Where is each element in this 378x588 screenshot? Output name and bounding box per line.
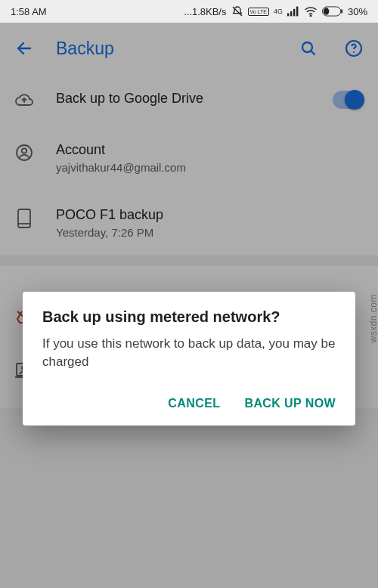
battery-pct: 30% [348,6,367,17]
cancel-button[interactable]: CANCEL [168,397,220,410]
wifi-icon [304,6,318,17]
svg-rect-0 [287,13,289,16]
dnd-icon [231,5,243,17]
dialog-title: Back up using metered network? [42,308,336,326]
dialog-body: If you use this network to back up data,… [42,335,336,371]
status-time: 1:58 AM [11,6,47,17]
cell-label: 4G [274,8,283,15]
svg-rect-2 [293,9,295,17]
volte-badge: Vo LTE [248,8,269,16]
watermark: wsxdn.com [368,294,378,343]
status-right: ...1.8KB/s Vo LTE 4G 30% [184,5,367,17]
net-speed: ...1.8KB/s [184,6,226,17]
signal-icon [287,6,299,17]
svg-rect-1 [290,11,292,16]
status-bar: 1:58 AM ...1.8KB/s Vo LTE 4G 30% [0,0,378,23]
svg-point-4 [310,15,311,17]
battery-icon [322,6,343,17]
backup-now-button[interactable]: BACK UP NOW [244,397,336,410]
svg-rect-7 [341,9,342,14]
metered-network-dialog: Back up using metered network? If you us… [23,292,355,426]
svg-rect-3 [296,7,298,17]
dialog-actions: CANCEL BACK UP NOW [42,391,336,416]
svg-rect-6 [324,8,329,14]
